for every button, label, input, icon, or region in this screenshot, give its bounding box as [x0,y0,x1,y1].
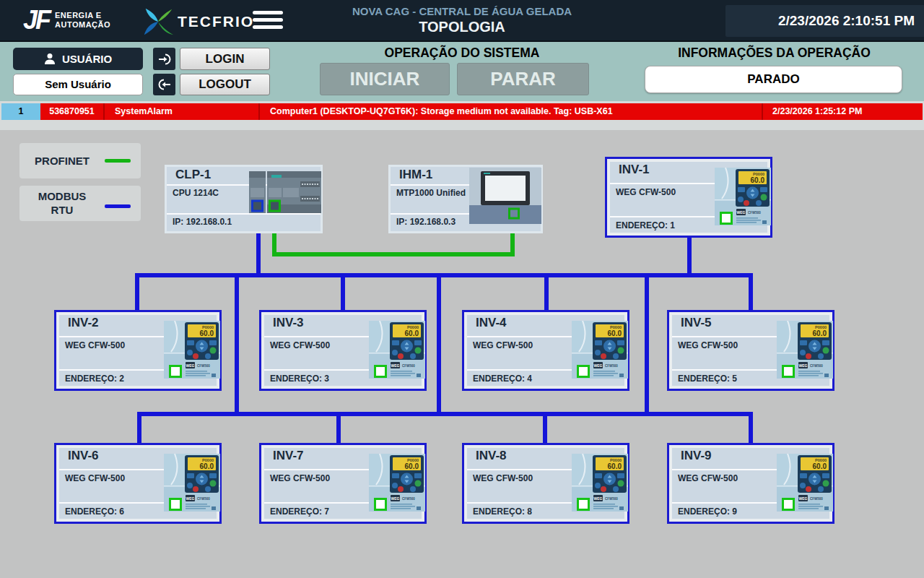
run-status-indicator [169,365,182,378]
run-status-indicator [782,365,795,378]
device-model: WEG CFW-500 [270,473,330,483]
legend-modbus-label: MODBUS RTU [19,189,105,217]
run-status-indicator [577,365,590,378]
tecfrio-logo-text: TECFRIO [178,13,254,30]
logout-icon [157,77,172,92]
start-button[interactable]: INICIAR [320,63,450,95]
device-model: WEG CFW-500 [270,340,330,350]
device-title: IHM-1 [399,168,432,182]
device-ip: IP: 192.168.0.3 [396,217,456,227]
device-ip: IP: 192.168.0.1 [173,217,232,227]
device-inv-4: INV-4 WEG CFW-500 ENDEREÇO: 4 [462,310,629,391]
device-ihm-1: IHM-1 MTP1000 Unified IP: 192.168.0.3 [388,165,543,233]
device-inv-2: INV-2 WEG CFW-500 ENDEREÇO: 2 [54,310,222,391]
device-model: WEG CFW-500 [678,340,738,350]
device-model: WEG CFW-500 [473,340,533,350]
alarm-timestamp-cell: 2/23/2026 1:25:12 PM [762,103,923,120]
device-title: INV-2 [68,316,99,330]
device-title: INV-7 [273,449,304,463]
device-title: INV-5 [681,316,712,330]
alarm-line[interactable]: 1 536870951 SystemAlarm Computer1 (DESKT… [0,101,924,130]
device-address: ENDEREÇO: 1 [616,220,675,230]
stop-button[interactable]: PARAR [457,63,589,95]
device-title: INV-1 [619,163,650,177]
logout-icon-tile[interactable] [153,74,175,95]
device-model: WEG CFW-500 [473,473,533,483]
device-title: CLP-1 [175,168,211,182]
device-address: ENDEREÇO: 8 [473,506,532,517]
operation-status-display: PARADO [645,66,902,93]
run-status-indicator [374,365,387,378]
alarm-class-cell: SystemAlarm [103,103,258,120]
jf-logo-line2: AUTOMAÇÃO [55,20,110,30]
jf-logo-glyph: JF [23,6,49,35]
device-model: WEG CFW-500 [65,473,125,483]
device-address: ENDEREÇO: 2 [65,374,124,384]
legend-profinet: PROFINET [19,143,141,178]
datetime-display: 2/23/2026 2:10:51 PM [725,5,924,37]
device-model: WEG CFW-500 [678,473,738,483]
device-title: INV-9 [681,449,712,463]
page-title: NOVA CAG - CENTRAL DE ÁGUA GELADA TOPOLO… [303,0,621,35]
device-inv-9: INV-9 WEG CFW-500 ENDEREÇO: 9 [667,443,834,524]
device-address: ENDEREÇO: 9 [678,506,737,517]
device-address: ENDEREÇO: 7 [270,506,329,517]
run-status-indicator [169,498,182,511]
login-icon [157,52,172,66]
jf-logo: JF ENERGIA E AUTOMAÇÃO [23,6,110,35]
alarm-message-cell: Computer1 (DESKTOP-UQ7GT6K): Storage med… [258,103,762,120]
device-model: MTP1000 Unified [396,188,466,198]
device-title: INV-4 [476,316,507,330]
login-button[interactable]: LOGIN [180,48,270,70]
run-status-indicator [577,498,590,511]
logout-button[interactable]: LOGOUT [180,74,270,95]
legend-profinet-label: PROFINET [19,143,105,178]
alarm-index-cell: 1 [1,103,40,120]
user-icon [44,53,56,65]
legend-modbus: MODBUS RTU [19,186,141,221]
device-clp-1: CLP-1 CPU 1214C IP: 192.168.0.1 [165,165,323,233]
run-status-indicator [374,498,387,511]
scada-screen: JF ENERGIA E AUTOMAÇÃO TECFRIO NOVA CAG … [0,0,924,578]
menu-hamburger-icon[interactable] [253,11,283,31]
plant-title: NOVA CAG - CENTRAL DE ÁGUA GELADA [303,5,621,17]
modbus-line-swatch [105,204,131,208]
device-title: INV-8 [476,449,507,463]
hmi-image [469,168,541,224]
run-status-indicator [782,498,795,511]
device-inv-3: INV-3 WEG CFW-500 ENDEREÇO: 3 [259,310,427,391]
current-user-field: Sem Usuário [13,74,143,95]
jf-logo-line1: ENERGIA E [55,11,110,20]
header-bar: JF ENERGIA E AUTOMAÇÃO TECFRIO NOVA CAG … [0,0,924,42]
device-inv-8: INV-8 WEG CFW-500 ENDEREÇO: 8 [462,443,629,524]
login-icon-tile[interactable] [153,48,175,70]
device-model: WEG CFW-500 [65,340,125,350]
tecfrio-butterfly-icon [141,6,175,38]
tecfrio-logo: TECFRIO [141,6,254,38]
device-model: CPU 1214C [173,188,219,198]
device-address: ENDEREÇO: 4 [473,374,532,384]
operation-section-title: OPERAÇÃO DO SISTEMA [318,46,606,61]
device-inv-6: INV-6 WEG CFW-500 ENDEREÇO: 6 [54,443,222,524]
device-address: ENDEREÇO: 5 [678,374,737,384]
device-title: INV-3 [273,316,304,330]
device-inv-5: INV-5 WEG CFW-500 ENDEREÇO: 5 [667,310,834,391]
alarm-id-cell: 536870951 [40,103,103,120]
device-address: ENDEREÇO: 6 [65,506,124,517]
control-bar: USUÁRIO Sem Usuário LOGIN LOGOUT OPERAÇÃ… [0,42,924,101]
info-section-title: INFORMAÇÕES DA OPERAÇÃO [635,46,913,61]
profinet-line-swatch [105,159,131,163]
device-address: ENDEREÇO: 3 [270,374,329,384]
run-status-indicator [720,212,733,225]
device-model: WEG CFW-500 [616,187,676,197]
user-button-label: USUÁRIO [62,53,112,65]
device-inv-1: INV-1 WEG CFW-500 ENDEREÇO: 1 [605,157,772,238]
user-button[interactable]: USUÁRIO [13,48,143,70]
device-inv-7: INV-7 WEG CFW-500 ENDEREÇO: 7 [259,443,427,524]
plc-image [249,171,321,213]
device-title: INV-6 [68,449,99,463]
screen-title: TOPOLOGIA [303,19,621,35]
